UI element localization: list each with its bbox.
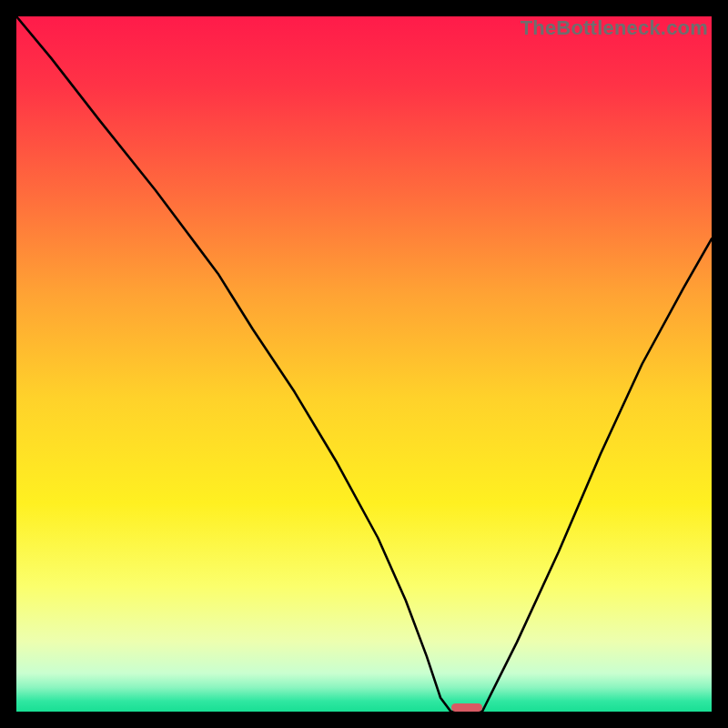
bottleneck-curve — [16, 16, 712, 712]
outer-frame: TheBottleneck.com — [0, 0, 728, 728]
plot-area: TheBottleneck.com — [16, 16, 712, 712]
optimum-marker — [451, 703, 482, 712]
